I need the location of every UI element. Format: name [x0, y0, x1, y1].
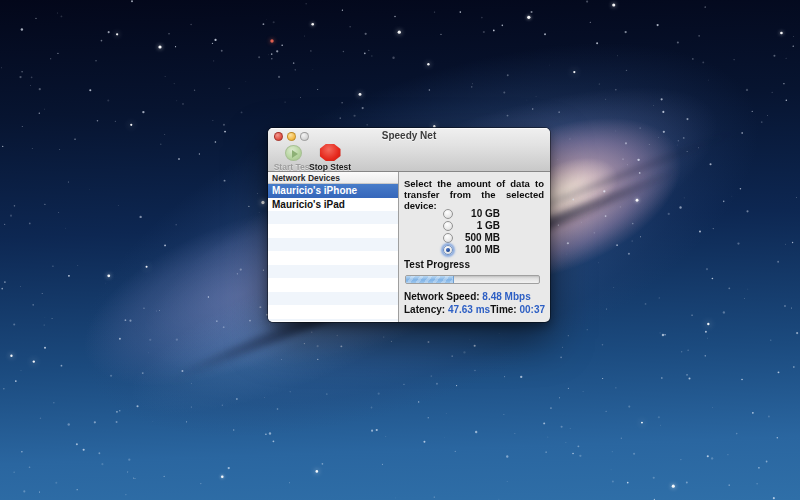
radio-10gb[interactable]: 10 GB [443, 208, 500, 219]
radio-1gb[interactable]: 1 GB [443, 220, 500, 231]
progress-bar [405, 275, 540, 284]
radio-500mb[interactable]: 500 MB [443, 232, 500, 243]
toolbar: Start Test Stop Stest [268, 143, 550, 172]
stop-icon [320, 144, 341, 161]
time-value: 00:37 [519, 304, 545, 315]
network-speed-label: Network Speed: [404, 291, 480, 302]
stop-test-label: Stop Stest [309, 162, 351, 172]
radio-icon [443, 233, 453, 243]
device-list: Network Devices Mauricio's iPhone Mauric… [268, 172, 399, 322]
latency-time-line: Latency: 47.63 ms Time: 00:37 [404, 304, 544, 315]
play-icon [285, 145, 302, 161]
progress-fill [406, 276, 454, 283]
empty-rows [268, 211, 398, 321]
list-item-iphone[interactable]: Mauricio's iPhone [268, 184, 398, 198]
time-group: Time: 00:37 [490, 304, 545, 315]
radio-100mb[interactable]: 100 MB [443, 244, 500, 255]
stop-test-button[interactable]: Stop Stest [307, 144, 353, 172]
window-title: Speedy Net [268, 130, 550, 141]
latency-group: Latency: 47.63 ms [404, 304, 490, 315]
radio-1gb-label: 1 GB [453, 220, 500, 231]
radio-icon [443, 221, 453, 231]
radio-500mb-label: 500 MB [453, 232, 500, 243]
speedy-net-window: Speedy Net Start Test Stop Stest Network… [268, 128, 550, 322]
window-content: Network Devices Mauricio's iPhone Mauric… [268, 172, 550, 322]
network-speed-line: Network Speed: 8.48 Mbps [404, 291, 544, 302]
latency-value: 47.63 ms [448, 304, 490, 315]
device-list-header: Network Devices [268, 172, 398, 184]
settings-panel: Select the amount of data to transfer fr… [399, 172, 550, 322]
network-speed-value: 8.48 Mbps [482, 291, 530, 302]
radio-icon [443, 245, 453, 255]
latency-label: Latency: [404, 304, 445, 315]
instruction-text: Select the amount of data to transfer fr… [404, 178, 544, 211]
test-progress-label: Test Progress [404, 259, 470, 270]
radio-100mb-label: 100 MB [453, 244, 500, 255]
desktop: Speedy Net Start Test Stop Stest Network… [0, 0, 800, 500]
time-label: Time: [490, 304, 517, 315]
radio-icon [443, 209, 453, 219]
radio-10gb-label: 10 GB [453, 208, 500, 219]
title-bar[interactable]: Speedy Net [268, 128, 550, 143]
list-item-ipad[interactable]: Mauricio's iPad [268, 198, 398, 212]
